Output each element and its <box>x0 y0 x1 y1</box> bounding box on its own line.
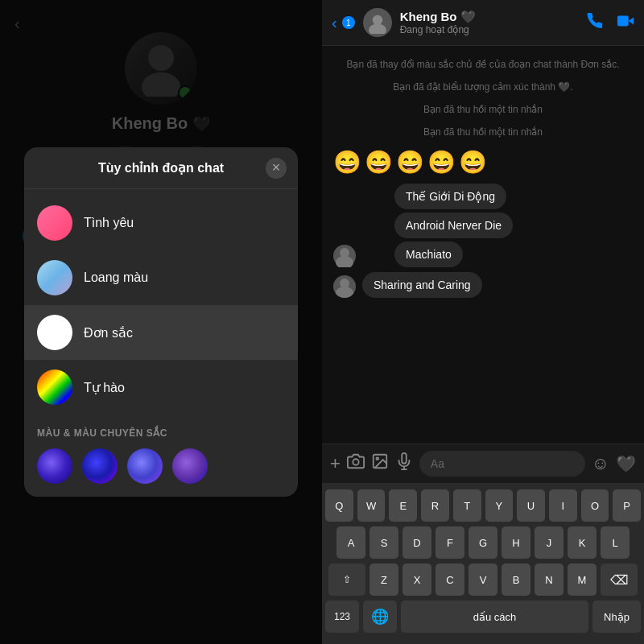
key-K[interactable]: K <box>568 526 597 559</box>
voice-call-icon[interactable] <box>586 12 604 34</box>
keyboard-row-2: A S D F G H J K L <box>325 526 641 559</box>
keyboard-row-1: Q W E R T Y U I O P <box>325 489 641 522</box>
globe-key[interactable]: 🌐 <box>363 601 397 633</box>
theme-label-tu-hao: Tự hào <box>84 380 125 395</box>
svg-point-3 <box>372 15 382 25</box>
numbers-key[interactable]: 123 <box>325 601 359 633</box>
shift-key[interactable]: ⇧ <box>328 564 365 596</box>
key-P[interactable]: P <box>613 489 641 522</box>
emoji-2: 😄 <box>365 149 393 175</box>
space-key[interactable]: dấu cách <box>401 601 588 633</box>
key-X[interactable]: X <box>402 564 431 596</box>
svg-point-11 <box>353 459 358 464</box>
theme-item-loang-mau[interactable]: Loang màu <box>24 250 298 305</box>
add-button[interactable]: + <box>330 453 341 474</box>
bubble-android: Android Nerver Die <box>394 213 513 238</box>
chat-back-button[interactable]: ‹ <box>332 14 337 32</box>
theme-label-don-sac: Đơn sắc <box>84 325 133 341</box>
key-J[interactable]: J <box>535 526 564 559</box>
key-Q[interactable]: Q <box>325 489 353 522</box>
modal-close-button[interactable]: × <box>266 158 287 179</box>
sharing-msg-row: Sharing and Caring <box>333 272 633 298</box>
bubble-machiato: Machiato <box>394 242 463 267</box>
key-S[interactable]: S <box>369 526 398 559</box>
chat-user-name: Kheng Bo 🖤 <box>400 10 578 24</box>
swatch-love <box>37 205 72 241</box>
key-W[interactable]: W <box>357 489 386 522</box>
modal-title: Tùy chỉnh đoạn chat <box>98 160 224 175</box>
key-H[interactable]: H <box>502 526 530 559</box>
key-F[interactable]: F <box>436 526 464 559</box>
svg-point-4 <box>369 24 386 34</box>
modal-overlay: Tùy chỉnh đoạn chat × Tình yêu Loang màu… <box>0 0 322 644</box>
bubble-sharing: Sharing and Caring <box>362 272 482 298</box>
key-A[interactable]: A <box>336 526 365 559</box>
chat-input-area: + <box>322 444 644 483</box>
key-C[interactable]: C <box>436 564 464 596</box>
key-G[interactable]: G <box>469 526 497 559</box>
chat-avatar[interactable] <box>363 8 392 37</box>
chat-status: Đang hoạt động <box>400 24 578 35</box>
system-msg-3: Bạn đã thu hồi một tin nhắn <box>333 101 633 118</box>
emoji-1: 😄 <box>333 149 361 175</box>
key-U[interactable]: U <box>517 489 545 522</box>
swatch-don-sac <box>37 315 72 350</box>
color-section-title: MÀU & MÀU CHUYÊN SẮC <box>24 421 298 442</box>
chat-user-info: Kheng Bo 🖤 Đang hoạt động <box>400 10 578 35</box>
theme-item-tu-hao[interactable]: Tự hào <box>24 360 298 415</box>
key-Z[interactable]: Z <box>369 564 398 596</box>
virtual-keyboard: Q W E R T Y U I O P A S D F G H J K L ⇧ … <box>322 483 644 644</box>
swatch-loang <box>37 260 72 295</box>
color-4[interactable] <box>172 448 208 484</box>
key-E[interactable]: E <box>389 489 417 522</box>
emoji-row: 😄 😄 😄 😄 😄 <box>333 149 633 175</box>
key-T[interactable]: T <box>453 489 481 522</box>
color-grid <box>24 442 298 497</box>
key-Y[interactable]: Y <box>485 489 514 522</box>
emoji-4: 😄 <box>427 149 456 175</box>
mic-button[interactable] <box>395 452 413 475</box>
svg-rect-6 <box>617 15 629 26</box>
key-M[interactable]: M <box>568 564 597 596</box>
input-row: + <box>330 451 636 477</box>
theme-label-tinh-yeu: Tình yêu <box>84 216 134 230</box>
delete-key[interactable]: ⌫ <box>601 564 638 596</box>
key-N[interactable]: N <box>535 564 564 596</box>
sender-avatar <box>333 245 356 267</box>
theme-item-don-sac[interactable]: Đơn sắc <box>24 305 298 360</box>
sender-avatar-2 <box>333 275 356 298</box>
key-D[interactable]: D <box>402 526 431 559</box>
color-3[interactable] <box>127 448 163 484</box>
key-V[interactable]: V <box>469 564 497 596</box>
camera-button[interactable] <box>347 452 365 475</box>
bubble-the-gioi: Thế Giới Di Động <box>394 184 506 209</box>
return-key[interactable]: Nhập <box>592 601 641 633</box>
key-I[interactable]: I <box>549 489 577 522</box>
key-L[interactable]: L <box>601 526 630 559</box>
emoji-picker-button[interactable]: ☺ <box>592 453 609 474</box>
photo-button[interactable] <box>371 452 389 475</box>
swatch-tu-hao <box>37 369 72 405</box>
color-2[interactable] <box>82 448 118 484</box>
left-panel: ‹ Kheng Bo 🖤 Trang cá nhân <box>0 0 322 644</box>
video-call-icon[interactable] <box>617 12 634 34</box>
system-msg-1: Bạn đã thay đổi màu sắc chủ đề của đoạn … <box>333 56 633 73</box>
theme-label-loang-mau: Loang màu <box>84 270 148 285</box>
message-input[interactable] <box>419 451 585 477</box>
key-O[interactable]: O <box>581 489 609 522</box>
message-group-row: Thế Giới Di Động Android Nerver Die Mach… <box>333 184 633 267</box>
color-1[interactable] <box>37 448 72 484</box>
chat-messages: Bạn đã thay đổi màu sắc chủ đề của đoạn … <box>322 46 644 444</box>
chat-header-actions <box>586 12 634 34</box>
unread-badge: 1 <box>342 16 355 29</box>
svg-point-8 <box>336 256 353 267</box>
svg-point-13 <box>376 457 378 460</box>
key-R[interactable]: R <box>421 489 449 522</box>
system-msg-4: Bạn đã thu hồi một tin nhắn <box>333 123 633 141</box>
modal-theme-list: Tình yêu Loang màu Đơn sắc Tự hào <box>24 189 298 421</box>
key-B[interactable]: B <box>502 564 530 596</box>
emoji-3: 😄 <box>396 149 424 175</box>
theme-item-tinh-yeu[interactable]: Tình yêu <box>24 196 298 250</box>
heart-reaction-button[interactable]: 🖤 <box>616 454 636 473</box>
right-panel: ‹ 1 Kheng Bo 🖤 Đang hoạt động <box>322 0 644 644</box>
